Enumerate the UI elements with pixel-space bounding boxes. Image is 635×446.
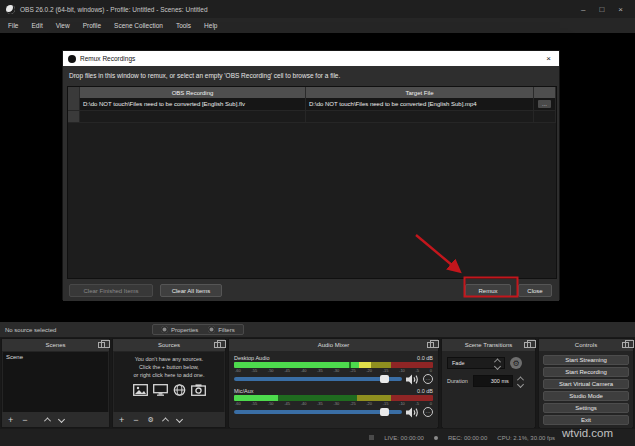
- scenes-dock: Scenes Scene + −: [1, 338, 110, 428]
- audio-mixer-dock-header[interactable]: Audio Mixer: [229, 339, 438, 351]
- browse-column-header: [534, 87, 556, 98]
- scenes-list[interactable]: Scene: [3, 352, 108, 413]
- live-time: LIVE: 00:00:00: [384, 435, 424, 441]
- dialog-instruction: Drop files in this window to remux, or s…: [69, 72, 549, 79]
- transition-properties-button[interactable]: ⚙: [510, 357, 522, 369]
- desktop-audio-db-value: 0.0 dB: [417, 355, 433, 361]
- transition-select[interactable]: Fade: [447, 357, 505, 369]
- move-source-down-icon[interactable]: [176, 416, 183, 423]
- recording-path-cell[interactable]: D:\do NOT touch\Files need to be convert…: [80, 98, 306, 110]
- mic-aux-options-button[interactable]: ···: [423, 407, 433, 417]
- scene-list-item[interactable]: Scene: [6, 354, 105, 360]
- desktop-audio-volume-slider[interactable]: [234, 377, 402, 381]
- menu-view[interactable]: View: [56, 22, 70, 29]
- properties-label: Properties: [171, 327, 198, 333]
- audio-mixer-title: Audio Mixer: [318, 342, 350, 348]
- duration-label: Duration: [447, 378, 468, 384]
- obs-recording-column-header[interactable]: OBS Recording: [80, 87, 306, 98]
- properties-filters-group: Properties Filters: [152, 324, 244, 335]
- sources-title: Sources: [158, 342, 180, 348]
- properties-button[interactable]: Properties: [161, 326, 198, 333]
- remove-scene-button[interactable]: −: [22, 415, 27, 425]
- controls-dock-header[interactable]: Controls: [539, 339, 633, 351]
- dock-popout-icon[interactable]: [427, 342, 434, 348]
- exit-button[interactable]: Exit: [543, 415, 629, 425]
- camera-source-icon: [191, 384, 206, 396]
- dialog-titlebar[interactable]: Remux Recordings ×: [63, 51, 559, 66]
- table-row-empty[interactable]: [68, 111, 556, 123]
- row-select-cell[interactable]: [68, 111, 80, 122]
- add-source-button[interactable]: +: [119, 415, 124, 425]
- browse-button[interactable]: ...: [538, 100, 551, 108]
- dialog-close-button[interactable]: Close: [518, 284, 552, 297]
- table-row[interactable]: D:\do NOT touch\Files need to be convert…: [68, 98, 556, 111]
- remove-source-button[interactable]: −: [133, 415, 138, 425]
- menu-scene-collection[interactable]: Scene Collection: [114, 22, 163, 29]
- slider-handle[interactable]: [380, 408, 389, 416]
- target-path-cell[interactable]: D:\do NOT touch\Files need to be convert…: [306, 98, 534, 110]
- clear-all-items-button[interactable]: Clear All Items: [160, 284, 222, 297]
- sources-dock-header[interactable]: Sources: [113, 339, 225, 351]
- rec-status-icon: [434, 436, 438, 440]
- start-streaming-button[interactable]: Start Streaming: [543, 355, 629, 365]
- recording-path-cell[interactable]: [80, 111, 306, 122]
- desktop-audio-mute-speaker-icon[interactable]: [406, 374, 419, 385]
- dock-area: Scenes Scene + − Sources You don't have …: [0, 337, 635, 429]
- menu-help[interactable]: Help: [204, 22, 217, 29]
- menu-edit[interactable]: Edit: [31, 22, 42, 29]
- minimize-button[interactable]: –: [581, 5, 585, 14]
- menu-profile[interactable]: Profile: [83, 22, 101, 29]
- clear-finished-items-button[interactable]: Clear Finished Items: [69, 284, 153, 297]
- dock-popout-icon[interactable]: [622, 342, 629, 348]
- move-scene-up-icon[interactable]: [43, 417, 50, 424]
- controls-dock: Controls Start Streaming Start Recording…: [538, 338, 634, 428]
- close-button[interactable]: ×: [618, 5, 623, 14]
- move-scene-down-icon[interactable]: [57, 416, 64, 423]
- browse-cell: [534, 111, 556, 122]
- dock-popout-icon[interactable]: [524, 342, 531, 348]
- start-virtual-camera-button[interactable]: Start Virtual Camera: [543, 379, 629, 389]
- select-column-header: [68, 87, 80, 98]
- start-recording-button[interactable]: Start Recording: [543, 367, 629, 377]
- menu-tools[interactable]: Tools: [176, 22, 191, 29]
- filters-button[interactable]: Filters: [208, 326, 234, 333]
- scenes-dock-header[interactable]: Scenes: [2, 339, 109, 351]
- add-scene-button[interactable]: +: [8, 415, 13, 425]
- duration-spinner[interactable]: [518, 376, 523, 387]
- sources-empty-area[interactable]: You don't have any sources. Click the + …: [114, 352, 224, 413]
- obs-main-window: OBS 26.0.2 (64-bit, windows) - Profile: …: [0, 0, 635, 446]
- menu-file[interactable]: File: [8, 22, 18, 29]
- source-toolbar: No source selected Properties Filters: [0, 322, 635, 337]
- maximize-button[interactable]: □: [599, 5, 604, 14]
- stream-status-icon: [369, 435, 374, 440]
- scene-transitions-dock-header[interactable]: Scene Transitions: [442, 339, 535, 351]
- table-header-row: OBS Recording Target File: [68, 87, 556, 98]
- audio-mixer-dock: Audio Mixer Desktop Audio 0.0 dB -60-55-…: [228, 338, 439, 428]
- desktop-audio-label: Desktop Audio: [234, 355, 269, 361]
- filters-label: Filters: [218, 327, 234, 333]
- settings-button[interactable]: Settings: [543, 403, 629, 413]
- desktop-audio-options-button[interactable]: ···: [423, 374, 433, 384]
- media-globe-source-icon: [173, 384, 186, 396]
- target-path-cell[interactable]: [306, 111, 534, 122]
- dock-popout-icon[interactable]: [98, 342, 105, 348]
- source-properties-gear-icon[interactable]: ⚙: [148, 416, 154, 424]
- target-file-column-header[interactable]: Target File: [306, 87, 534, 98]
- sources-toolbar: + − ⚙: [113, 412, 225, 427]
- mic-aux-volume-slider[interactable]: [234, 410, 402, 414]
- move-source-up-icon[interactable]: [162, 417, 169, 424]
- dialog-close-icon[interactable]: ×: [543, 54, 554, 63]
- menu-bar: File Edit View Profile Scene Collection …: [0, 18, 635, 33]
- remux-button[interactable]: Remux: [465, 284, 511, 297]
- dialog-title: Remux Recordings: [80, 55, 135, 62]
- obs-logo-icon: [6, 5, 15, 14]
- mic-aux-mute-speaker-icon[interactable]: [406, 407, 419, 418]
- slider-handle[interactable]: [380, 375, 389, 383]
- scenes-toolbar: + −: [2, 412, 109, 427]
- duration-input[interactable]: 300 ms: [473, 375, 513, 387]
- sources-empty-line: Click the + button below,: [139, 364, 199, 372]
- mic-aux-controls: ···: [234, 407, 433, 417]
- dock-popout-icon[interactable]: [214, 342, 221, 348]
- row-select-cell[interactable]: [68, 98, 80, 110]
- studio-mode-button[interactable]: Studio Mode: [543, 391, 629, 401]
